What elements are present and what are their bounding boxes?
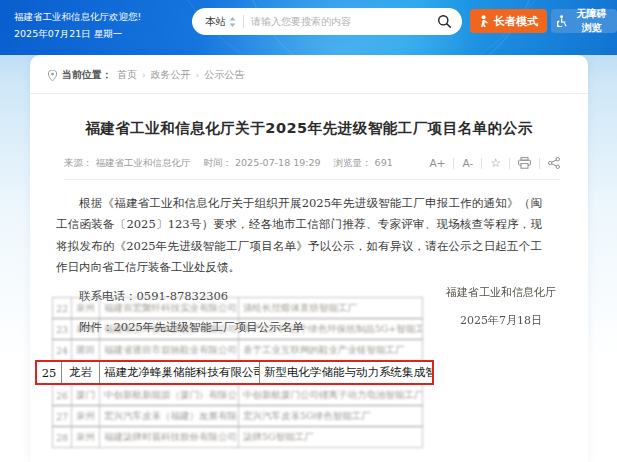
row-city: 龙岩 xyxy=(62,362,100,383)
article-tools: A+ A- ☆ xyxy=(430,156,561,170)
row-company: 福建百宏聚纤科技实业有限公司 xyxy=(100,298,239,318)
search-divider xyxy=(243,15,244,28)
source-value: 福建省工业和信息化厅 xyxy=(96,157,191,168)
row-project: 中创新航厦门公司锂离子动力电池智能工厂 xyxy=(239,385,422,405)
table-row: 22 泉州 福建百宏聚纤科技实业有限公司 涤纶长丝熔体直纺智能工厂 xyxy=(52,297,423,319)
banner-date: 2025年07月21日 星期一 xyxy=(14,25,141,42)
row-company: 福建省莆田市双驰鞋业有限公司 xyxy=(100,340,239,360)
elder-icon xyxy=(479,15,490,27)
row-number: 25 xyxy=(37,362,62,383)
print-icon[interactable] xyxy=(518,157,531,169)
accessibility-label: 无障碍浏览 xyxy=(572,7,611,35)
meta-bar: 来源：福建省工业和信息化厅时间：2025-07-18 19:29浏览量：691 … xyxy=(64,156,560,180)
row-project: 新型电化学储能与动力系统集成智能工厂 xyxy=(260,362,432,383)
elder-mode-label: 长者模式 xyxy=(494,14,538,29)
row-project: 年产22.47亿个绿色环保纸制品5G+智能工厂 xyxy=(239,319,422,339)
font-decrease-button[interactable]: A- xyxy=(462,157,473,169)
breadcrumb-separator: › xyxy=(142,70,146,80)
row-company: 福建南王环保科技股份有限公司 xyxy=(100,319,239,339)
breadcrumb-announcements[interactable]: 公示公告 xyxy=(204,68,244,82)
row-company: 福建龙净蜂巢储能科技有限公司 xyxy=(100,362,260,383)
row-project: 基于工业互联网的鞋业产业链智能工厂 xyxy=(239,340,422,360)
page: 福建省工业和信息化厅欢迎您! 2025年07月21日 星期一 本站 请输入您要搜… xyxy=(0,0,617,462)
top-banner: 福建省工业和信息化厅欢迎您! 2025年07月21日 星期一 本站 请输入您要搜… xyxy=(0,0,617,55)
source-label: 来源： xyxy=(64,157,93,168)
signature-date: 2025年7月18日 xyxy=(446,307,556,335)
row-city: 泉州 xyxy=(72,406,100,426)
search-icon[interactable] xyxy=(437,14,452,29)
wheelchair-icon xyxy=(557,15,568,27)
project-table: 22 泉州 福建百宏聚纤科技实业有限公司 涤纶长丝熔体直纺智能工厂 23 泉州 … xyxy=(52,298,423,448)
row-number: 28 xyxy=(53,427,72,447)
favorite-star-icon[interactable]: ☆ xyxy=(490,156,501,170)
breadcrumb-gov-info[interactable]: 政务公开 xyxy=(151,68,191,82)
row-city: 泉州 xyxy=(72,319,100,339)
search-scope-select[interactable]: 本站 xyxy=(205,15,236,29)
meta-info: 来源：福建省工业和信息化厅时间：2025-07-18 19:29浏览量：691 xyxy=(64,157,406,170)
breadcrumb-separator: › xyxy=(196,70,200,80)
breadcrumb: 当前位置： 首页 › 政务公开 › 公示公告 xyxy=(30,55,588,94)
elder-mode-button[interactable]: 长者模式 xyxy=(470,9,547,33)
row-city: 莆田 xyxy=(72,340,100,360)
search-bar[interactable]: 本站 请输入您要搜索的内容 xyxy=(192,8,462,35)
row-number: 27 xyxy=(53,406,72,426)
row-number: 26 xyxy=(53,385,72,405)
row-number: 24 xyxy=(53,340,72,360)
table-row: 23 泉州 福建南王环保科技股份有限公司 年产22.47亿个绿色环保纸制品5G+… xyxy=(52,318,423,340)
row-city: 泉州 xyxy=(72,427,100,447)
views-value: 691 xyxy=(375,157,393,168)
breadcrumb-home[interactable]: 首页 xyxy=(117,68,137,82)
location-icon xyxy=(48,70,57,81)
accessibility-button[interactable]: 无障碍浏览 xyxy=(551,9,617,33)
article-paragraph: 根据《福建省工业和信息化厅关于组织开展2025年先进级智能工厂申报工作的通知》（… xyxy=(56,193,542,278)
signature-org: 福建省工业和信息化厅 xyxy=(446,279,556,307)
table-row: 27 泉州 宏兴汽车皮革（福建）发展有限公司 宏兴汽车皮革5G绿色智能工厂 xyxy=(52,405,423,427)
font-increase-button[interactable]: A+ xyxy=(430,157,446,169)
table-row-highlighted: 25 龙岩 福建龙净蜂巢储能科技有限公司 新型电化学储能与动力系统集成智能工厂 xyxy=(35,360,434,385)
row-project: 宏兴汽车皮革5G绿色智能工厂 xyxy=(239,406,422,426)
row-company: 福建柒牌时装科技股份有限公司 xyxy=(100,427,239,447)
row-project: 涤纶长丝熔体直纺智能工厂 xyxy=(239,298,422,318)
article-title: 福建省工业和信息化厅关于2025年先进级智能工厂项目名单的公示 xyxy=(58,119,560,138)
search-scope-label: 本站 xyxy=(205,15,226,29)
chevron-updown-icon xyxy=(229,17,236,27)
row-number: 22 xyxy=(53,298,72,318)
time-label: 时间： xyxy=(204,157,233,168)
row-number: 23 xyxy=(53,319,72,339)
row-city: 泉州 xyxy=(72,298,100,318)
time-value: 2025-07-18 19:29 xyxy=(235,157,321,168)
banner-left: 福建省工业和信息化厅欢迎您! 2025年07月21日 星期一 xyxy=(14,8,141,42)
row-project: 柒牌5G智能工厂 xyxy=(239,427,422,447)
signature-block: 福建省工业和信息化厅 2025年7月18日 xyxy=(446,279,556,334)
breadcrumb-label: 当前位置： xyxy=(62,68,112,82)
table-row: 24 莆田 福建省莆田市双驰鞋业有限公司 基于工业互联网的鞋业产业链智能工厂 xyxy=(52,339,423,361)
welcome-text: 福建省工业和信息化厅欢迎您! xyxy=(14,8,141,25)
table-row: 26 厦门 中创新航新能源（厦门）有限公司 中创新航厦门公司锂离子动力电池智能工… xyxy=(52,384,423,406)
row-city: 厦门 xyxy=(72,385,100,405)
row-company: 中创新航新能源（厦门）有限公司 xyxy=(100,385,239,405)
views-label: 浏览量： xyxy=(334,157,372,168)
content-card: 当前位置： 首页 › 政务公开 › 公示公告 福建省工业和信息化厅关于2025年… xyxy=(30,55,588,462)
table-row: 28 泉州 福建柒牌时装科技股份有限公司 柒牌5G智能工厂 xyxy=(52,426,423,448)
row-company: 宏兴汽车皮革（福建）发展有限公司 xyxy=(100,406,239,426)
search-input[interactable]: 请输入您要搜索的内容 xyxy=(251,15,430,29)
share-icon[interactable] xyxy=(548,157,560,169)
